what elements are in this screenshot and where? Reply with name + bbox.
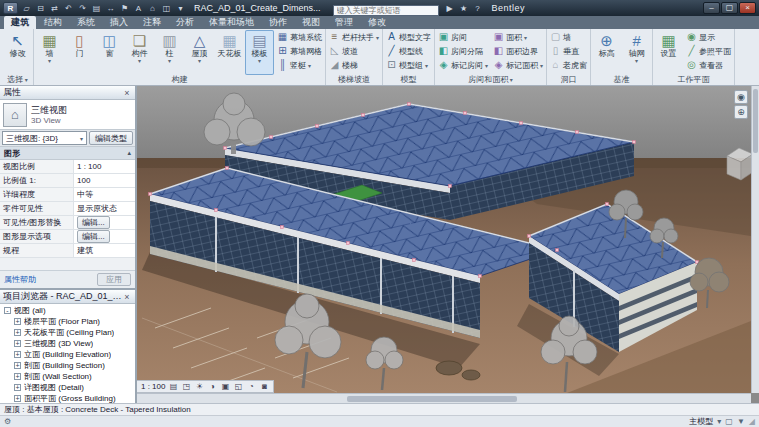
model-line-button[interactable]: ╱模型线: [384, 44, 433, 58]
ceiling-button[interactable]: ▦天花板: [215, 30, 244, 75]
panel-label-6[interactable]: 基准: [592, 75, 651, 85]
property-value-4[interactable]: 编辑...: [74, 216, 135, 229]
search-input[interactable]: [333, 5, 439, 16]
drawing-area[interactable]: ◉⊕ 1 : 100 ▤◳☀◑▣◱◔◙: [137, 86, 759, 403]
panel-label-5[interactable]: 洞口: [548, 75, 589, 85]
print-icon[interactable]: ▤: [90, 2, 103, 15]
ribbon-tab-8[interactable]: 视图: [295, 16, 327, 29]
panel-label-2[interactable]: 楼梯坡道: [327, 75, 381, 85]
detail-level-icon[interactable]: ▤: [168, 382, 178, 391]
browser-item-5[interactable]: +剖面 (Building Section): [0, 360, 135, 371]
property-value-0[interactable]: 1 : 100: [74, 160, 135, 173]
modify-button[interactable]: ↖修改: [3, 30, 32, 75]
properties-header[interactable]: 属性 ×: [0, 86, 135, 100]
browser-item-6[interactable]: +剖面 (Wall Section): [0, 371, 135, 382]
tree-expander-icon[interactable]: +: [14, 351, 21, 358]
project-browser-header[interactable]: 项目浏览器 - RAC_AD_01_Create_Dim... ×: [0, 290, 135, 304]
browser-item-0[interactable]: -视图 (all): [0, 305, 135, 316]
ribbon-tab-10[interactable]: 修改: [361, 16, 393, 29]
maximize-button[interactable]: ▢: [721, 2, 738, 14]
default-3d-view-icon[interactable]: ⌂: [146, 2, 159, 15]
viewer-button[interactable]: ◎查看器: [684, 58, 733, 72]
tag-area-button[interactable]: ◈标记面积▾: [491, 58, 545, 72]
zoom-icon[interactable]: ⊕: [734, 105, 748, 119]
workset-icon[interactable]: ⚙: [4, 417, 11, 426]
crop-region-icon[interactable]: ◱: [233, 382, 243, 391]
ribbon-tab-4[interactable]: 注释: [136, 16, 168, 29]
save-icon[interactable]: ⊟: [34, 2, 47, 15]
component-button[interactable]: ❏构件▾: [125, 30, 154, 75]
property-value-1[interactable]: 100: [74, 174, 135, 187]
ramp-button[interactable]: ◺坡道: [327, 44, 381, 58]
wall-button[interactable]: ▦墙▾: [35, 30, 64, 75]
railing-button[interactable]: ≡栏杆扶手▾: [327, 30, 381, 44]
mullion-button[interactable]: ║竖梃▾: [275, 58, 324, 72]
search-go-icon[interactable]: ▶: [444, 2, 456, 14]
panel-label-7[interactable]: 工作平面: [654, 75, 733, 85]
design-options-select[interactable]: 主模型: [689, 416, 713, 427]
area-button[interactable]: ▣面积▾: [491, 30, 545, 44]
wall-opening-button[interactable]: ▢墙: [548, 30, 589, 44]
show-work-plane-button[interactable]: ◉显示: [684, 30, 733, 44]
scrollbar-thumb[interactable]: [347, 396, 517, 402]
panel-label-3[interactable]: 模型: [384, 75, 433, 85]
apply-button[interactable]: 应用: [97, 273, 131, 286]
resize-grip[interactable]: ◢: [749, 417, 755, 426]
tree-expander-icon[interactable]: +: [14, 329, 21, 336]
model-group-button[interactable]: ⊡模型组▾: [384, 58, 433, 72]
close-icon[interactable]: ×: [122, 88, 132, 98]
scrollbar-thumb[interactable]: [753, 89, 758, 153]
property-value-2[interactable]: 中等: [74, 188, 135, 201]
editable-only-icon[interactable]: ▢: [725, 417, 733, 426]
door-button[interactable]: ▯门: [65, 30, 94, 75]
ribbon-tab-1[interactable]: 结构: [37, 16, 69, 29]
tree-expander-icon[interactable]: +: [14, 362, 21, 369]
ribbon-tab-9[interactable]: 管理: [328, 16, 360, 29]
ribbon-tab-7[interactable]: 协作: [262, 16, 294, 29]
reference-plane-button[interactable]: ╱参照平面: [684, 44, 733, 58]
grid-button[interactable]: #轴网▾: [622, 30, 651, 75]
sun-path-icon[interactable]: ☀: [194, 382, 204, 391]
ribbon-tab-6[interactable]: 体量和场地: [202, 16, 261, 29]
subscription-icon[interactable]: ★: [458, 2, 470, 14]
curtain-grid-button[interactable]: ⊞幕墙网格: [275, 44, 324, 58]
type-selector-dropdown[interactable]: 三维视图: {3D} ▾: [2, 131, 87, 145]
ribbon-tab-5[interactable]: 分析: [169, 16, 201, 29]
measure-icon[interactable]: ↔: [104, 2, 117, 15]
room-button[interactable]: ▣房间: [436, 30, 490, 44]
panel-label-1[interactable]: 构建: [35, 75, 324, 85]
tree-expander-icon[interactable]: +: [14, 384, 21, 391]
reveal-hidden-icon[interactable]: ◙: [259, 382, 269, 391]
property-value-6[interactable]: 建筑: [74, 244, 135, 257]
visual-style-icon[interactable]: ◳: [181, 382, 191, 391]
panel-label-0[interactable]: 选择 ▾: [3, 75, 32, 85]
tree-expander-icon[interactable]: +: [14, 340, 21, 347]
ribbon-tab-0[interactable]: 建筑: [4, 16, 36, 29]
temporary-hide-icon[interactable]: ◔: [246, 382, 256, 391]
room-separator-button[interactable]: ◧房间分隔: [436, 44, 490, 58]
view-scale-button[interactable]: 1 : 100: [141, 382, 165, 391]
dormer-button[interactable]: ⌂老虎窗: [548, 58, 589, 72]
tag-room-button[interactable]: ◈标记房间▾: [436, 58, 490, 72]
browser-item-7[interactable]: +详图视图 (Detail): [0, 382, 135, 393]
roof-button[interactable]: △屋顶▾: [185, 30, 214, 75]
tree-expander-icon[interactable]: +: [14, 318, 21, 325]
minimize-button[interactable]: –: [703, 2, 720, 14]
close-icon[interactable]: ×: [122, 292, 132, 302]
area-boundary-button[interactable]: ◧面积边界: [491, 44, 545, 58]
ribbon-tab-2[interactable]: 系统: [70, 16, 102, 29]
ribbon-tab-3[interactable]: 插入: [103, 16, 135, 29]
edit-type-button[interactable]: 编辑类型: [89, 131, 133, 145]
browser-item-8[interactable]: +面积平面 (Gross Building): [0, 393, 135, 403]
sync-icon[interactable]: ⇄: [48, 2, 61, 15]
stair-button[interactable]: ◢楼梯: [327, 58, 381, 72]
open-icon[interactable]: ▱: [20, 2, 33, 15]
browser-item-4[interactable]: +立面 (Building Elevation): [0, 349, 135, 360]
property-group-graphics[interactable]: 图形 ▴: [0, 147, 135, 160]
steering-wheel-icon[interactable]: ◉: [734, 90, 748, 104]
level-button[interactable]: ⊕标高: [592, 30, 621, 75]
browser-item-3[interactable]: +三维视图 (3D View): [0, 338, 135, 349]
column-button[interactable]: ▥柱▾: [155, 30, 184, 75]
show-crop-icon[interactable]: ▣: [220, 382, 230, 391]
redo-icon[interactable]: ↷: [76, 2, 89, 15]
